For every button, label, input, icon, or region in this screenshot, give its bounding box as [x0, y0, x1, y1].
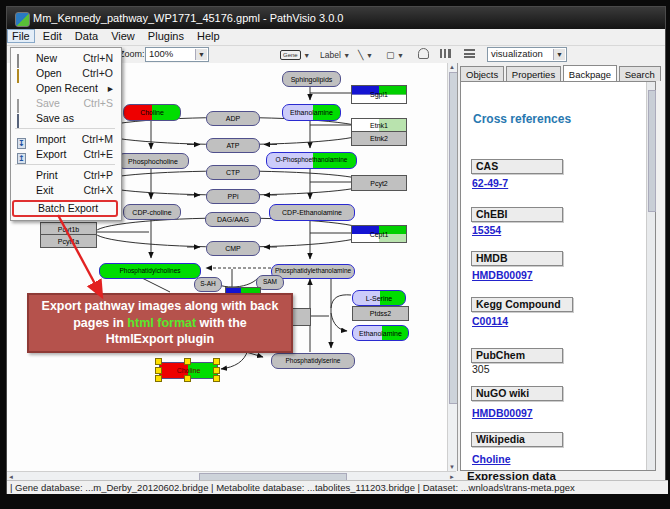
pathway-node-pcyt1a[interactable]: Pcyt1a [40, 234, 97, 248]
side-panel-tabs: Objects Properties Backpage Search Legen… [460, 65, 664, 81]
selection-handle[interactable] [213, 375, 220, 382]
pathway-node-phosphatidylcholines[interactable]: Phosphatidylcholines [99, 263, 201, 279]
app-icon [15, 12, 30, 27]
chevron-down-icon[interactable]: ▼ [195, 49, 207, 60]
file-menu-print[interactable]: PrintCtrl+P [12, 168, 118, 183]
selection-handle[interactable] [155, 375, 162, 382]
pathway-node-sgpl1[interactable]: Sgpl1 [351, 85, 407, 104]
selection-handle[interactable] [155, 367, 162, 374]
annotation-callout: Export pathway images along with back pa… [27, 293, 293, 353]
pathway-node-ctp[interactable]: CTP [206, 165, 260, 180]
label-tool-button[interactable]: Label ▼ [319, 47, 351, 63]
menu-data[interactable]: Data [70, 29, 103, 43]
pathway-node-cmp[interactable]: CMP [206, 241, 260, 256]
align-icon [418, 48, 429, 59]
pathway-node-etnk2[interactable]: Etnk2 [351, 131, 407, 146]
pathway-node-sphingolipids[interactable]: Sphingolipids [282, 71, 341, 87]
sidebar-scrollbar[interactable] [646, 82, 655, 470]
pathway-node-s-ah[interactable]: S-AH [194, 277, 222, 292]
tab-properties[interactable]: Properties [506, 66, 561, 81]
file-menu-new[interactable]: NewCtrl+N [12, 51, 118, 66]
xref-link-nugo[interactable]: HMDB00097 [472, 407, 533, 419]
selection-handle[interactable] [213, 367, 220, 374]
xref-link-chebi[interactable]: 15354 [472, 224, 501, 236]
align-tool-button[interactable] [417, 47, 430, 63]
xref-header-kegg: Kegg Compound [471, 297, 573, 312]
new-file-icon [17, 54, 29, 64]
pathway-node-ethanolamine-2[interactable]: Ethanolamine [352, 325, 409, 341]
pathway-node-atp[interactable]: ATP [206, 138, 260, 153]
pathway-node-phosphatidylethanolamine[interactable]: Phosphatidylethanolamine [271, 264, 355, 279]
xref-link-kegg[interactable]: C00114 [472, 315, 508, 327]
selection-handle[interactable] [184, 358, 191, 365]
xref-header-wikipedia: Wikipedia [471, 432, 563, 447]
menu-plugins[interactable]: Plugins [143, 29, 189, 43]
selection-handle[interactable] [213, 358, 220, 365]
pathway-node-ptdss2[interactable]: Ptdss2 [352, 306, 409, 321]
file-menu-save[interactable]: SaveCtrl+S [12, 96, 118, 111]
menu-edit[interactable]: Edit [38, 29, 67, 43]
pathway-node-pcyt2[interactable]: Pcyt2 [351, 175, 407, 191]
pathway-node-ethanolamine[interactable]: Ethanolamine [282, 104, 341, 121]
pathway-node-phosphatidylserine[interactable]: Phosphatidylserine [271, 353, 355, 369]
scroll-up-icon[interactable]: ▲ [448, 63, 456, 71]
shape-tool-button[interactable]: ▢ ▼ [385, 47, 405, 63]
selection-handle[interactable] [155, 358, 162, 365]
file-menu-open-recent[interactable]: Open Recent▸ [12, 81, 118, 96]
file-menu-import[interactable]: ↧ ImportCtrl+M [12, 132, 118, 147]
menu-separator [15, 128, 115, 129]
xref-header-chebi: ChEBI [471, 207, 563, 222]
gene-datanode-button[interactable]: Gene ▼ [279, 47, 311, 63]
file-menu-exit[interactable]: ExitCtrl+X [12, 183, 118, 198]
xref-header-nugo: NuGO wiki [471, 386, 563, 401]
tab-backpage[interactable]: Backpage [563, 65, 617, 81]
file-menu-open[interactable]: OpenCtrl+O [12, 66, 118, 81]
xref-link-cas[interactable]: 62-49-7 [472, 177, 508, 189]
tab-search[interactable]: Search [619, 66, 661, 81]
chevron-down-icon[interactable]: ▼ [553, 49, 565, 60]
selection-handle[interactable] [184, 375, 191, 382]
xref-link-wikipedia[interactable]: Choline [472, 453, 511, 465]
submenu-arrow-icon: ▸ [108, 81, 113, 96]
stack-tool-button[interactable] [463, 47, 476, 63]
zoom-combobox[interactable]: 100%▼ [145, 47, 209, 62]
pathway-node-cdp-choline[interactable]: CDP-choline [123, 204, 181, 220]
save-icon [17, 99, 29, 109]
file-menu-export[interactable]: ↥ ExportCtrl+E [12, 147, 118, 162]
pathway-node-dag-aag[interactable]: DAG/AAG [205, 212, 261, 227]
export-icon: ↥ [17, 150, 29, 160]
pathway-node-cdp-ethanolamine[interactable]: CDP-Ethanolamine [269, 204, 355, 221]
title-bar[interactable]: Mm_Kennedy_pathway_WP1771_45176.gpml - P… [7, 7, 665, 29]
scroll-down-icon[interactable]: ▼ [448, 463, 456, 471]
pathway-node-choline[interactable]: Choline [123, 104, 181, 121]
chevron-down-icon[interactable]: ▼ [343, 52, 350, 59]
scrollbar-thumb[interactable] [648, 90, 656, 212]
file-menu-dropdown: NewCtrl+N OpenCtrl+O Open Recent▸ SaveCt… [10, 47, 122, 221]
pathway-node-phosphocholine[interactable]: Phosphocholine [117, 153, 189, 169]
pathway-node-adp[interactable]: ADP [206, 111, 260, 126]
xref-header-pubchem: PubChem [471, 348, 563, 363]
chevron-down-icon[interactable]: ▼ [303, 52, 310, 59]
pathway-node-l-serine[interactable]: L-Serine [352, 290, 406, 306]
chevron-down-icon[interactable]: ▼ [397, 52, 404, 59]
distribute-tool-button[interactable] [439, 47, 452, 63]
canvas-vertical-scrollbar[interactable]: ▲ ▼ [447, 63, 457, 471]
side-panel: Objects Properties Backpage Search Legen… [457, 63, 664, 471]
pathway-node-cept1[interactable]: Cept1 [351, 225, 407, 243]
chevron-down-icon[interactable]: ▼ [366, 52, 373, 59]
xref-link-hmdb[interactable]: HMDB00097 [472, 269, 533, 281]
tab-objects[interactable]: Objects [460, 66, 504, 81]
pathway-node-ppi[interactable]: PPi [206, 189, 260, 204]
save-as-icon [17, 114, 29, 124]
menu-view[interactable]: View [106, 29, 140, 43]
menu-file[interactable]: File [7, 29, 35, 43]
menu-separator [15, 164, 115, 165]
xref-value-pubchem: 305 [472, 363, 490, 375]
file-menu-batch-export[interactable]: Batch Export [12, 200, 118, 217]
menu-help[interactable]: Help [192, 29, 225, 43]
file-menu-save-as[interactable]: Save as [12, 111, 118, 126]
line-tool-button[interactable]: ╲ ▼ [357, 47, 374, 63]
visualization-combobox[interactable]: visualization▼ [487, 47, 567, 62]
import-icon: ↧ [17, 135, 29, 145]
pathway-node-o-phosphoethanolamine[interactable]: O-Phosphoethanolamine [266, 152, 357, 169]
